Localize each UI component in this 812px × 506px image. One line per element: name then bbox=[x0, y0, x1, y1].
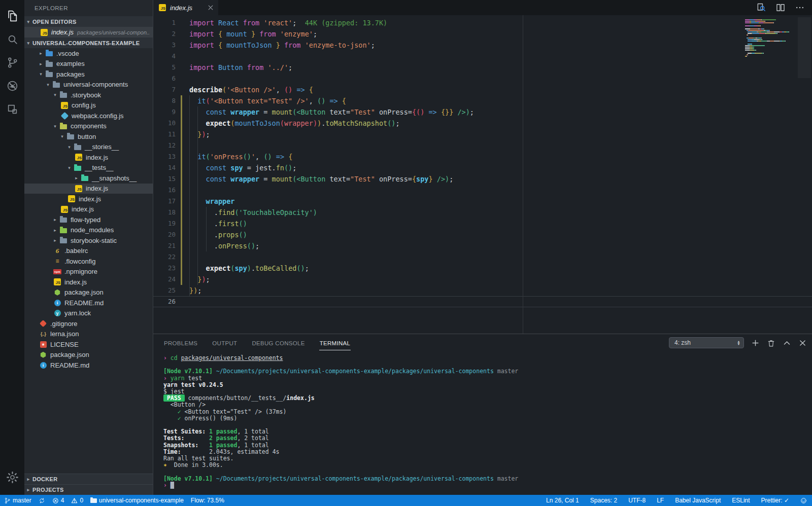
code-line-2[interactable]: 2import { mount } from 'enzyme'; bbox=[153, 28, 812, 40]
tree-item-config-js[interactable]: JSconfig.js bbox=[24, 100, 153, 111]
tree-item-lerna-json[interactable]: {..}lerna.json bbox=[24, 329, 153, 340]
open-editors-header[interactable]: ▾ OPEN EDITORS bbox=[24, 16, 153, 27]
code-line-10[interactable]: 10 expect(mountToJson(wrapper)).toMatchS… bbox=[153, 118, 812, 129]
activity-search[interactable] bbox=[0, 27, 24, 51]
code-line-20[interactable]: 20 .props() bbox=[153, 229, 812, 240]
status-errors[interactable]: 4 bbox=[52, 497, 64, 504]
panel-tab-problems[interactable]: PROBLEMS bbox=[163, 336, 198, 350]
activity-extensions[interactable] bbox=[0, 97, 24, 121]
status-cursor-position[interactable]: Ln 26, Col 1 bbox=[546, 497, 579, 504]
tree-item-index-js[interactable]: JSindex.js bbox=[24, 184, 153, 194]
open-editor-item[interactable]: JSindex.jspackages/universal-compon.. bbox=[24, 27, 153, 38]
tree-item-storybook[interactable]: ▾.storybook bbox=[24, 90, 153, 100]
activity-explorer[interactable] bbox=[0, 4, 24, 27]
status-flow-coverage[interactable]: Flow: 73.5% bbox=[191, 497, 224, 504]
minimap-slider[interactable] bbox=[798, 17, 811, 78]
tree-item-packages[interactable]: ▾packages bbox=[24, 69, 153, 80]
status-git-branch[interactable]: master bbox=[4, 497, 31, 504]
tree-item-gitignore[interactable]: .gitignore bbox=[24, 318, 153, 329]
tree-item-snapshots[interactable]: ▸__snapshots__ bbox=[24, 173, 153, 184]
tab-index-js[interactable]: JSindex.js bbox=[153, 0, 218, 15]
tree-item-node-modules[interactable]: ▸node_modules bbox=[24, 225, 153, 236]
code-line-4[interactable]: 4 bbox=[153, 51, 812, 62]
activity-debug[interactable] bbox=[0, 74, 24, 97]
tree-item-flowconfig[interactable]: ≡.flowconfig bbox=[24, 256, 153, 267]
split-editor-icon[interactable] bbox=[775, 3, 786, 13]
code-line-6[interactable]: 6 bbox=[153, 73, 812, 84]
code-line-13[interactable]: 13 it('onPress()', () => { bbox=[153, 151, 812, 162]
code-line-9[interactable]: 9 const wrapper = mount(<Button text="Te… bbox=[153, 106, 812, 118]
tree-item-package-json[interactable]: package.json bbox=[24, 350, 153, 360]
terminal-selector[interactable]: 4: zsh ▲▼ bbox=[669, 337, 744, 348]
code-editor[interactable]: 1import React from 'react'; 44K (gzipped… bbox=[153, 15, 812, 334]
status-warnings[interactable]: 0 bbox=[71, 497, 83, 504]
status-feedback[interactable] bbox=[800, 497, 807, 504]
code-line-16[interactable]: 16 bbox=[153, 185, 812, 196]
panel-tab-debug-console[interactable]: DEBUG CONSOLE bbox=[251, 336, 305, 350]
code-line-22[interactable]: 22 bbox=[153, 251, 812, 263]
section-header-projects[interactable]: ▸PROJECTS bbox=[24, 484, 153, 495]
activity-settings[interactable] bbox=[0, 465, 24, 489]
open-changes-icon[interactable] bbox=[756, 3, 766, 13]
tree-item-index-js[interactable]: JSindex.js bbox=[24, 277, 153, 287]
code-line-17[interactable]: 17 wrapper bbox=[153, 196, 812, 207]
activity-source-control[interactable] bbox=[0, 51, 24, 74]
code-line-19[interactable]: 19 .first() bbox=[153, 218, 812, 229]
plus-icon[interactable] bbox=[751, 339, 760, 347]
tree-item-button[interactable]: ▾button bbox=[24, 131, 153, 142]
code-line-26[interactable]: 26 bbox=[153, 296, 812, 307]
code-line-25[interactable]: 25}); bbox=[153, 285, 812, 296]
tree-item-stories[interactable]: ▾__stories__ bbox=[24, 142, 153, 153]
tree-item-components[interactable]: ▾components bbox=[24, 121, 153, 132]
code-line-7[interactable]: 7describe('<Button />', () => { bbox=[153, 84, 812, 95]
tree-item-universal-components[interactable]: ▾universal-components bbox=[24, 80, 153, 90]
code-line-3[interactable]: 3import { mountToJson } from 'enzyme-to-… bbox=[153, 40, 812, 51]
tree-item-npmignore[interactable]: npm.npmignore bbox=[24, 267, 153, 277]
panel-tab-output[interactable]: OUTPUT bbox=[212, 336, 238, 350]
code-line-1[interactable]: 1import React from 'react'; 44K (gzipped… bbox=[153, 17, 812, 28]
tree-item-tests[interactable]: ▾__tests__ bbox=[24, 163, 153, 173]
status-prettier[interactable]: Prettier: ✓ bbox=[761, 497, 789, 504]
more-actions-icon[interactable] bbox=[795, 3, 805, 13]
tree-item-examples[interactable]: ▸examples bbox=[24, 59, 153, 69]
code-line-8[interactable]: 8 it('<Button text="Test" />', () => { bbox=[153, 95, 812, 106]
chevron-up-icon[interactable] bbox=[783, 339, 791, 347]
tree-item-readme-md[interactable]: iREADME.md bbox=[24, 360, 153, 371]
minimap[interactable] bbox=[745, 19, 794, 59]
tree-item-index-js[interactable]: JSindex.js bbox=[24, 204, 153, 215]
code-line-24[interactable]: 24 }); bbox=[153, 274, 812, 285]
code-line-18[interactable]: 18 .find('TouchableOpacity') bbox=[153, 207, 812, 218]
terminal-output[interactable]: › cd packages/universal-components [Node… bbox=[153, 351, 812, 495]
status-workspace[interactable]: universal-components-example bbox=[90, 497, 184, 504]
code-line-12[interactable]: 12 bbox=[153, 140, 812, 151]
status-sync[interactable] bbox=[39, 497, 45, 504]
tree-item-webpack-config-js[interactable]: webpack.config.js bbox=[24, 111, 153, 121]
tree-item-flow-typed[interactable]: ▸flow-typed bbox=[24, 214, 153, 225]
code-line-11[interactable]: 11 }); bbox=[153, 129, 812, 140]
tree-item-index-js[interactable]: JSindex.js bbox=[24, 152, 153, 163]
tree-item-yarn-lock[interactable]: yyarn.lock bbox=[24, 308, 153, 319]
close-icon[interactable] bbox=[207, 4, 214, 11]
tree-item-storybook-static[interactable]: ▸storybook-static bbox=[24, 235, 153, 246]
tree-item-license[interactable]: ★LICENSE bbox=[24, 339, 153, 350]
tree-item-babelrc[interactable]: 6.babelrc bbox=[24, 246, 153, 257]
section-header-docker[interactable]: ▸DOCKER bbox=[24, 474, 153, 484]
status-eslint[interactable]: ESLint bbox=[732, 497, 750, 504]
project-section-header[interactable]: ▾ UNIVERSAL-COMPONENTS-EXAMPLE bbox=[24, 38, 153, 48]
code-line-14[interactable]: 14 const spy = jest.fn(); bbox=[153, 162, 812, 173]
status-eol[interactable]: LF bbox=[657, 497, 664, 504]
panel-tab-terminal[interactable]: TERMINAL bbox=[319, 336, 351, 350]
close-icon[interactable] bbox=[798, 339, 807, 347]
code-line-15[interactable]: 15 const wrapper = mount(<Button text="T… bbox=[153, 173, 812, 185]
tree-item-readme-md[interactable]: iREADME.md bbox=[24, 298, 153, 308]
status-language-mode[interactable]: Babel JavaScript bbox=[675, 497, 721, 504]
trash-icon[interactable] bbox=[767, 339, 775, 347]
tree-item-vscode[interactable]: ▸.vscode bbox=[24, 48, 153, 59]
tree-item-index-js[interactable]: JSindex.js bbox=[24, 194, 153, 204]
status-indentation[interactable]: Spaces: 2 bbox=[590, 497, 617, 504]
code-line-5[interactable]: 5import Button from '../'; bbox=[153, 62, 812, 73]
code-area[interactable]: 1import React from 'react'; 44K (gzipped… bbox=[153, 15, 812, 334]
tree-item-package-json[interactable]: package.json bbox=[24, 287, 153, 298]
status-encoding[interactable]: UTF-8 bbox=[628, 497, 646, 504]
code-line-23[interactable]: 23 expect(spy).toBeCalled(); bbox=[153, 263, 812, 274]
